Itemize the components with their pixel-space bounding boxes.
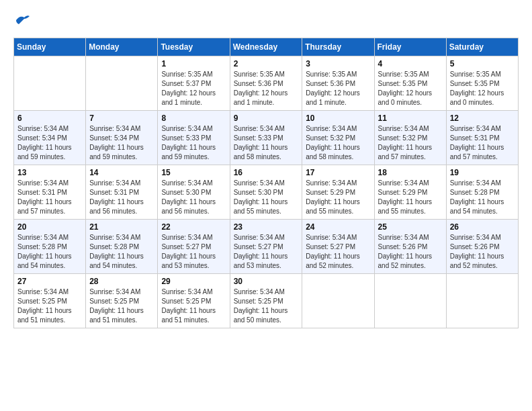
weekday-header: Saturday — [446, 38, 518, 56]
weekday-header: Friday — [374, 38, 446, 56]
day-number: 2 — [234, 59, 299, 68]
day-detail: Sunrise: 5:34 AM Sunset: 5:32 PM Dayligh… — [306, 124, 370, 162]
calendar-cell: 16Sunrise: 5:34 AM Sunset: 5:30 PM Dayli… — [230, 165, 302, 220]
calendar-week-row: 27Sunrise: 5:34 AM Sunset: 5:25 PM Dayli… — [14, 274, 519, 328]
day-detail: Sunrise: 5:34 AM Sunset: 5:34 PM Dayligh… — [89, 124, 154, 162]
day-number: 15 — [161, 168, 226, 177]
day-detail: Sunrise: 5:35 AM Sunset: 5:36 PM Dayligh… — [306, 70, 370, 107]
calendar-cell: 13Sunrise: 5:34 AM Sunset: 5:31 PM Dayli… — [14, 165, 86, 220]
weekday-header: Monday — [86, 38, 158, 56]
calendar-cell: 28Sunrise: 5:34 AM Sunset: 5:25 PM Dayli… — [86, 274, 158, 328]
day-detail: Sunrise: 5:34 AM Sunset: 5:33 PM Dayligh… — [161, 124, 226, 162]
day-detail: Sunrise: 5:34 AM Sunset: 5:30 PM Dayligh… — [161, 179, 226, 216]
day-number: 4 — [378, 59, 443, 68]
calendar-cell: 11Sunrise: 5:34 AM Sunset: 5:32 PM Dayli… — [374, 111, 446, 165]
calendar-week-row: 13Sunrise: 5:34 AM Sunset: 5:31 PM Dayli… — [14, 165, 519, 220]
logo — [13, 13, 31, 27]
day-detail: Sunrise: 5:35 AM Sunset: 5:37 PM Dayligh… — [161, 70, 226, 107]
calendar-cell: 10Sunrise: 5:34 AM Sunset: 5:32 PM Dayli… — [302, 111, 374, 165]
calendar-cell: 5Sunrise: 5:35 AM Sunset: 5:35 PM Daylig… — [446, 56, 518, 111]
day-number: 9 — [234, 113, 299, 123]
calendar-cell: 4Sunrise: 5:35 AM Sunset: 5:35 PM Daylig… — [374, 56, 446, 111]
calendar-cell: 29Sunrise: 5:34 AM Sunset: 5:25 PM Dayli… — [158, 274, 230, 328]
day-detail: Sunrise: 5:34 AM Sunset: 5:30 PM Dayligh… — [234, 179, 299, 216]
logo-bird-icon — [15, 13, 31, 27]
day-number: 17 — [306, 168, 370, 177]
day-number: 12 — [450, 113, 515, 123]
calendar-cell: 27Sunrise: 5:34 AM Sunset: 5:25 PM Dayli… — [14, 274, 86, 328]
day-detail: Sunrise: 5:34 AM Sunset: 5:28 PM Dayligh… — [450, 179, 515, 216]
calendar-cell — [86, 56, 158, 111]
calendar-cell: 19Sunrise: 5:34 AM Sunset: 5:28 PM Dayli… — [446, 165, 518, 220]
calendar-cell: 20Sunrise: 5:34 AM Sunset: 5:28 PM Dayli… — [14, 220, 86, 274]
calendar-cell: 25Sunrise: 5:34 AM Sunset: 5:26 PM Dayli… — [374, 220, 446, 274]
day-number: 28 — [89, 277, 154, 286]
calendar-week-row: 1Sunrise: 5:35 AM Sunset: 5:37 PM Daylig… — [14, 56, 519, 111]
calendar-cell: 3Sunrise: 5:35 AM Sunset: 5:36 PM Daylig… — [302, 56, 374, 111]
day-number: 8 — [161, 113, 226, 123]
day-detail: Sunrise: 5:34 AM Sunset: 5:28 PM Dayligh… — [89, 233, 154, 271]
calendar-cell: 2Sunrise: 5:35 AM Sunset: 5:36 PM Daylig… — [230, 56, 302, 111]
day-detail: Sunrise: 5:34 AM Sunset: 5:25 PM Dayligh… — [17, 287, 82, 325]
day-detail: Sunrise: 5:34 AM Sunset: 5:26 PM Dayligh… — [378, 233, 443, 271]
day-detail: Sunrise: 5:34 AM Sunset: 5:34 PM Dayligh… — [17, 124, 82, 162]
calendar-cell: 17Sunrise: 5:34 AM Sunset: 5:29 PM Dayli… — [302, 165, 374, 220]
page-header — [13, 13, 519, 27]
day-detail: Sunrise: 5:34 AM Sunset: 5:25 PM Dayligh… — [234, 287, 299, 325]
day-number: 18 — [378, 168, 443, 177]
day-number: 1 — [161, 59, 226, 68]
day-number: 24 — [306, 222, 370, 232]
day-detail: Sunrise: 5:35 AM Sunset: 5:36 PM Dayligh… — [234, 70, 299, 107]
day-number: 26 — [450, 222, 515, 232]
calendar-cell: 30Sunrise: 5:34 AM Sunset: 5:25 PM Dayli… — [230, 274, 302, 328]
calendar-cell: 22Sunrise: 5:34 AM Sunset: 5:27 PM Dayli… — [158, 220, 230, 274]
day-number: 7 — [89, 113, 154, 123]
calendar-cell: 24Sunrise: 5:34 AM Sunset: 5:27 PM Dayli… — [302, 220, 374, 274]
calendar-cell: 7Sunrise: 5:34 AM Sunset: 5:34 PM Daylig… — [86, 111, 158, 165]
weekday-header: Sunday — [14, 38, 86, 56]
day-number: 22 — [161, 222, 226, 232]
day-number: 27 — [17, 277, 82, 286]
calendar-cell: 9Sunrise: 5:34 AM Sunset: 5:33 PM Daylig… — [230, 111, 302, 165]
day-number: 20 — [17, 222, 82, 232]
day-detail: Sunrise: 5:34 AM Sunset: 5:27 PM Dayligh… — [306, 233, 370, 271]
day-detail: Sunrise: 5:34 AM Sunset: 5:26 PM Dayligh… — [450, 233, 515, 271]
day-detail: Sunrise: 5:34 AM Sunset: 5:27 PM Dayligh… — [161, 233, 226, 271]
weekday-header: Wednesday — [230, 38, 302, 56]
calendar-cell: 26Sunrise: 5:34 AM Sunset: 5:26 PM Dayli… — [446, 220, 518, 274]
day-detail: Sunrise: 5:34 AM Sunset: 5:25 PM Dayligh… — [89, 287, 154, 325]
day-number: 14 — [89, 168, 154, 177]
calendar-cell — [302, 274, 374, 328]
calendar-week-row: 20Sunrise: 5:34 AM Sunset: 5:28 PM Dayli… — [14, 220, 519, 274]
calendar-cell: 1Sunrise: 5:35 AM Sunset: 5:37 PM Daylig… — [158, 56, 230, 111]
day-number: 25 — [378, 222, 443, 232]
calendar-cell — [14, 56, 86, 111]
day-detail: Sunrise: 5:34 AM Sunset: 5:27 PM Dayligh… — [234, 233, 299, 271]
day-number: 30 — [234, 277, 299, 286]
calendar-cell — [446, 274, 518, 328]
day-number: 16 — [234, 168, 299, 177]
calendar-cell: 21Sunrise: 5:34 AM Sunset: 5:28 PM Dayli… — [86, 220, 158, 274]
day-number: 10 — [306, 113, 370, 123]
day-detail: Sunrise: 5:34 AM Sunset: 5:29 PM Dayligh… — [306, 179, 370, 216]
day-number: 3 — [306, 59, 370, 68]
calendar-cell: 18Sunrise: 5:34 AM Sunset: 5:29 PM Dayli… — [374, 165, 446, 220]
day-number: 23 — [234, 222, 299, 232]
day-number: 19 — [450, 168, 515, 177]
weekday-header: Tuesday — [158, 38, 230, 56]
calendar-cell: 14Sunrise: 5:34 AM Sunset: 5:31 PM Dayli… — [86, 165, 158, 220]
day-number: 5 — [450, 59, 515, 68]
day-number: 11 — [378, 113, 443, 123]
day-number: 29 — [161, 277, 226, 286]
day-detail: Sunrise: 5:34 AM Sunset: 5:25 PM Dayligh… — [161, 287, 226, 325]
day-detail: Sunrise: 5:34 AM Sunset: 5:31 PM Dayligh… — [450, 124, 515, 162]
day-detail: Sunrise: 5:34 AM Sunset: 5:31 PM Dayligh… — [17, 179, 82, 216]
calendar-week-row: 6Sunrise: 5:34 AM Sunset: 5:34 PM Daylig… — [14, 111, 519, 165]
day-detail: Sunrise: 5:34 AM Sunset: 5:29 PM Dayligh… — [378, 179, 443, 216]
day-detail: Sunrise: 5:35 AM Sunset: 5:35 PM Dayligh… — [378, 70, 443, 107]
calendar-cell: 8Sunrise: 5:34 AM Sunset: 5:33 PM Daylig… — [158, 111, 230, 165]
calendar-table: SundayMondayTuesdayWednesdayThursdayFrid… — [13, 38, 519, 328]
calendar-cell — [374, 274, 446, 328]
day-number: 21 — [89, 222, 154, 232]
day-detail: Sunrise: 5:35 AM Sunset: 5:35 PM Dayligh… — [450, 70, 515, 107]
